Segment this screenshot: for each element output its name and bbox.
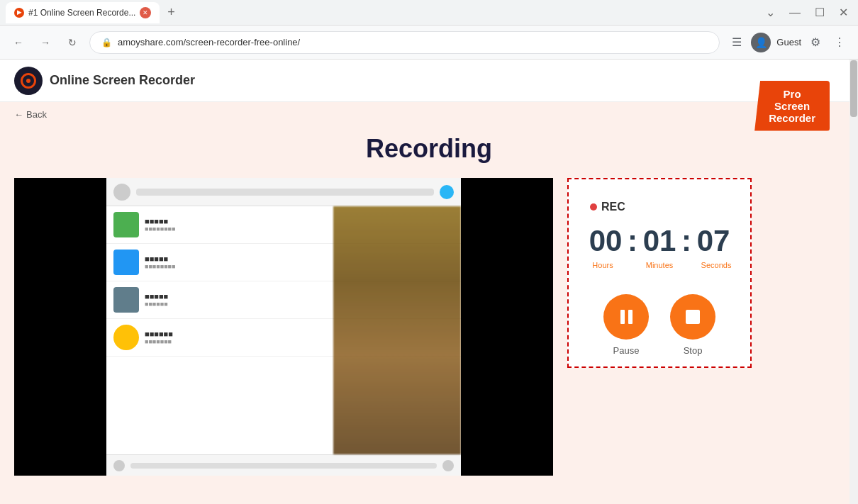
minutes-label: Minutes [640, 261, 679, 269]
phone-bottom-bar [106, 454, 461, 476]
site-header: Online Screen Recorder Pro Screen Record… [0, 60, 858, 102]
phone-chat-list: ■■■■■ ■■■■■■■■ ■■■■■ ■■■■■■■■ [106, 206, 461, 454]
rec-indicator: REC [590, 201, 729, 213]
preview-black-left [14, 178, 106, 476]
pause-icon [619, 310, 633, 324]
back-arrow-icon: ← [14, 109, 23, 120]
timer-colon-2: : [681, 224, 691, 258]
forward-nav-button[interactable]: → [35, 33, 55, 52]
control-buttons: Pause Stop [579, 294, 740, 356]
stop-label: Stop [684, 345, 703, 356]
screen-preview: ■■■■■ ■■■■■■■■ ■■■■■ ■■■■■■■■ [14, 178, 553, 476]
window-controls: ⌄ — ☐ ✕ [762, 4, 852, 21]
pause-button-group: Pause [603, 294, 649, 356]
active-tab[interactable]: ▶ #1 Online Screen Recorde... ✕ [6, 2, 160, 23]
timer-seconds: 07 [694, 224, 732, 258]
phone-avatar [113, 184, 130, 201]
preview-black-right [461, 178, 553, 476]
bottom-icon-2 [442, 460, 454, 471]
avatar-1 [113, 212, 139, 237]
pause-label: Pause [613, 345, 640, 356]
scrollbar-thumb[interactable] [850, 60, 857, 117]
bottom-icon-1 [113, 460, 125, 471]
page-content: Online Screen Recorder Pro Screen Record… [0, 60, 858, 504]
controls-dashed-box: REC 00 : 01 : 07 Hours Minutes Sec [567, 178, 752, 368]
main-area: ■■■■■ ■■■■■■■■ ■■■■■ ■■■■■■■■ [0, 178, 858, 476]
reload-button[interactable]: ↻ [62, 33, 82, 52]
extensions-icon[interactable]: ⚙ [806, 33, 825, 52]
lock-icon: 🔒 [101, 38, 112, 47]
close-button[interactable]: ✕ [835, 4, 852, 21]
rec-label: REC [601, 201, 625, 213]
seconds-label: Seconds [697, 261, 735, 269]
browser-titlebar: ▶ #1 Online Screen Recorde... ✕ + ⌄ — ☐ … [0, 0, 858, 26]
avatar-4 [113, 325, 139, 350]
pause-bar-right [628, 310, 633, 324]
preview-content: ■■■■■ ■■■■■■■■ ■■■■■ ■■■■■■■■ [106, 178, 461, 476]
browser-menu-button[interactable]: ⋮ [830, 33, 849, 52]
profile-icon[interactable]: 👤 [751, 33, 771, 52]
phone-search-bar [136, 189, 434, 196]
stop-button-group: Stop [670, 294, 715, 356]
logo-dot [26, 79, 30, 83]
timer-hours: 00 [586, 224, 625, 258]
new-tab-button[interactable]: + [162, 4, 179, 21]
url-text: amoyshare.com/screen-recorder-free-onlin… [118, 37, 300, 47]
bookmark-icon[interactable]: ☰ [727, 33, 747, 52]
browser-menu-icons: ☰ 👤 Guest ⚙ ⋮ [727, 33, 849, 52]
avatar-3 [113, 287, 139, 313]
pause-button[interactable] [603, 294, 649, 340]
rec-timer-card: REC 00 : 01 : 07 Hours Minutes Sec [579, 190, 740, 280]
address-bar: ← → ↻ 🔒 amoyshare.com/screen-recorder-fr… [0, 26, 858, 60]
scrollbar[interactable] [849, 60, 858, 504]
logo-area: Online Screen Recorder [14, 67, 195, 95]
page-title: Recording [0, 134, 858, 164]
tab-close-button[interactable]: ✕ [140, 7, 151, 18]
timer-labels: Hours Minutes Seconds [590, 261, 729, 269]
cat-image-area [333, 206, 461, 454]
tab-bar: ▶ #1 Online Screen Recorde... ✕ + [6, 2, 756, 23]
address-input[interactable]: 🔒 amoyshare.com/screen-recorder-free-onl… [89, 31, 720, 54]
timer-display: 00 : 01 : 07 [590, 224, 729, 258]
rec-dot [590, 203, 597, 211]
hours-label: Hours [584, 261, 622, 269]
back-link[interactable]: ← Back [0, 102, 858, 120]
tab-list-button[interactable]: ⌄ [762, 4, 779, 21]
timer-colon-1: : [628, 224, 637, 258]
logo-icon-inner [21, 73, 36, 89]
controls-panel: REC 00 : 01 : 07 Hours Minutes Sec [567, 178, 752, 368]
maximize-button[interactable]: ☐ [810, 4, 829, 21]
back-nav-button[interactable]: ← [9, 33, 28, 52]
phone-screen-sim: ■■■■■ ■■■■■■■■ ■■■■■ ■■■■■■■■ [106, 178, 461, 476]
timer-minutes: 01 [640, 224, 679, 258]
back-label: Back [26, 109, 47, 120]
pro-screen-recorder-button[interactable]: Pro Screen Recorder [754, 81, 830, 131]
tab-title: #1 Online Screen Recorde... [28, 8, 135, 18]
phone-top-bar [106, 178, 461, 206]
tab-favicon: ▶ [14, 8, 24, 18]
stop-button[interactable] [670, 294, 715, 340]
pause-bar-left [620, 310, 625, 324]
avatar-2 [113, 250, 139, 275]
logo-text: Online Screen Recorder [50, 73, 195, 88]
stop-icon [686, 310, 700, 324]
minimize-button[interactable]: — [785, 5, 805, 21]
bottom-bar-text [130, 463, 437, 469]
logo-icon [14, 67, 43, 95]
profile-label: Guest [776, 37, 801, 47]
phone-icon [440, 185, 454, 199]
